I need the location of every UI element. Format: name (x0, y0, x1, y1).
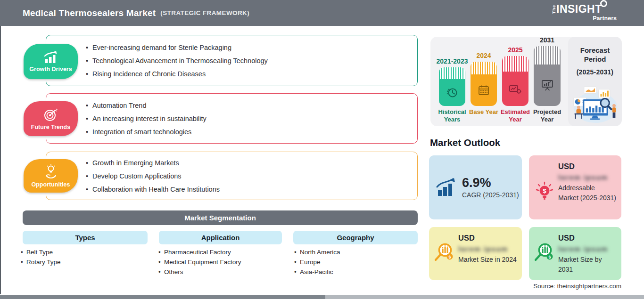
currency-label: USD (558, 162, 617, 171)
forecast-title: Forecast Period (578, 46, 611, 64)
historical-years-bar: 2021-2023 Historical Years (439, 67, 465, 106)
logo-partners-text: Partners (552, 15, 617, 22)
bulb-hand-icon (42, 164, 59, 180)
bar-stripes (502, 56, 528, 72)
list-item: North America (294, 247, 340, 257)
bar-stripes (534, 46, 561, 65)
svg-text:$: $ (543, 187, 546, 194)
future-trends-box: Automation Trend An increasing interest … (46, 93, 418, 144)
header-bar: Medical Thermosealers Market (STRATEGIC … (0, 0, 644, 26)
growth-chart-icon (42, 50, 60, 65)
types-list: Belt Type Rotary Type (21, 247, 61, 267)
blurred-value: lorem ipsum (558, 245, 617, 253)
market-outlook-title: Market Outlook (430, 137, 500, 148)
year-label: 2025 (508, 46, 522, 54)
blurred-value: lorem ipsum (458, 245, 517, 253)
analytics-illustration (570, 85, 620, 124)
forecast-gear-icon (508, 82, 522, 96)
opportunities-box: Growth in Emerging Markets Develop Custo… (46, 152, 418, 200)
bullet-item: Collaboration with Health Care Instituti… (86, 183, 417, 196)
bar-caption: Historical Years (435, 108, 470, 123)
currency-label: USD (558, 234, 617, 242)
forecast-period-panel: Forecast Period (2025-2031) (568, 37, 622, 126)
segmentation-title: Market Segmentation (184, 214, 256, 222)
svg-text:$: $ (448, 255, 451, 259)
card-caption: Market Size in 2024 (458, 255, 517, 265)
calendar-icon (477, 84, 490, 97)
bar-solid (534, 65, 561, 106)
year-label: 2021-2023 (437, 57, 468, 65)
cagr-label: CAGR (2025-2031) (462, 191, 519, 199)
market-size-2024-card: $ USD lorem ipsum Market Size in 2024 (429, 227, 522, 280)
bar-solid (502, 72, 528, 106)
segment-header-label: Geography (337, 234, 374, 242)
bullet-item: Ever-increasing demand for Sterile Packa… (86, 41, 417, 54)
year-label: 2031 (540, 36, 554, 44)
geography-list: North America Europe Asia-Pacific (294, 247, 340, 277)
currency-label: USD (458, 234, 517, 242)
card-caption: Market Size by 2031 (558, 255, 617, 275)
left-edge-line (0, 26, 1, 294)
segment-header-label: Types (75, 234, 95, 242)
cagr-value: 6.9% (462, 176, 519, 190)
application-list: Pharmaceutical Factory Medical Equipment… (158, 247, 241, 277)
list-item: Europe (294, 257, 340, 267)
list-item: Others (158, 267, 241, 277)
bar-caption: Estimated Year (498, 108, 533, 123)
clock-history-icon (445, 86, 459, 100)
magnifier-loop-icon (600, 0, 607, 7)
bar-stripes (471, 62, 497, 74)
segment-header-types: Types (23, 231, 148, 244)
segment-header-label: Application (201, 234, 240, 242)
cagr-card: 6.9% CAGR (2025-2031) (429, 155, 522, 219)
footer-bar-right (325, 295, 644, 299)
list-item: Medical Equipment Factory (158, 257, 241, 267)
market-size-2031-card: $ USD lorem ipsum Market Size by 2031 (529, 227, 621, 280)
badge-label: Future Trends (31, 124, 70, 130)
magnifier-chart-icon-green: $ (533, 242, 555, 264)
badge-label: Growth Drivers (29, 66, 72, 73)
years-timeline-panel: 2021-2023 Historical Years 2024 (430, 37, 622, 126)
list-item: Rotary Type (21, 257, 61, 267)
presentation-chart-icon (540, 79, 554, 92)
logo-insight-text: INSIGHT (556, 3, 602, 15)
logo-the-text: The (552, 9, 556, 14)
bar-stripes (439, 67, 465, 79)
page-title: Medical Thermosealers Market (23, 8, 156, 18)
base-year-bar: 2024 Base Year (471, 62, 497, 106)
bullet-item: Rising Incidence of Chronic Diseases (86, 67, 417, 81)
bulb-dollar-icon: $ (533, 180, 556, 204)
bullet-item: Automation Trend (86, 99, 417, 112)
source-attribution: Source: theinsightpartners.com (533, 283, 621, 290)
bar-caption: Base Year (466, 108, 501, 116)
bullet-item: Technological Advancement in Thermoseali… (86, 54, 417, 67)
future-trends-badge: Future Trends (24, 101, 78, 136)
bullet-item: Develop Custom Applications (86, 170, 417, 183)
badge-label: Opportunities (32, 181, 70, 188)
bullet-item: Growth in Emerging Markets (86, 156, 417, 170)
addressable-market-card: $ USD lorem ipsum Addressable Market (20… (529, 155, 621, 219)
page-subtitle: (STRATEGIC FRAMEWORK) (160, 9, 249, 16)
segment-header-application: Application (159, 231, 282, 244)
opportunities-badge: Opportunities (24, 159, 78, 193)
growth-drivers-box: Ever-increasing demand for Sterile Packa… (46, 35, 418, 86)
forecast-range: (2025-2031) (577, 68, 613, 76)
bar-caption: Projected Year (530, 108, 565, 123)
card-caption: Addressable Market (2025-2031) (558, 183, 617, 203)
growth-drivers-badge: Growth Drivers (24, 44, 78, 79)
year-label: 2024 (476, 52, 491, 59)
bar-solid (471, 74, 497, 106)
list-item: Pharmaceutical Factory (158, 247, 241, 257)
list-item: Belt Type (21, 247, 61, 257)
cagr-growth-icon (436, 178, 458, 197)
bullet-item: Integration of smart technologies (86, 125, 417, 138)
the-insight-partners-logo: The INSIGHT Partners (552, 4, 618, 22)
bullet-item: An increasing interest in sustainability (86, 112, 417, 125)
footer-bar-left (0, 295, 325, 299)
infographic-canvas: Medical Thermosealers Market (STRATEGIC … (0, 0, 644, 299)
blurred-value: lorem ipsum (558, 173, 617, 181)
projected-year-bar: 2031 Projected Year (534, 46, 561, 106)
svg-text:$: $ (548, 255, 551, 259)
estimated-year-bar: 2025 Estimated Year (502, 56, 528, 106)
segment-header-geography: Geography (293, 231, 418, 244)
